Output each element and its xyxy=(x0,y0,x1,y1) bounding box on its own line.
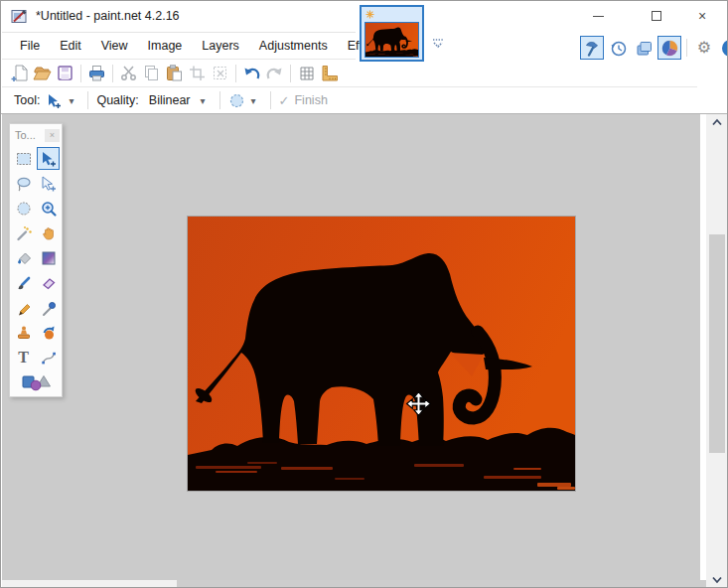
copy-button[interactable] xyxy=(140,62,163,84)
shapes-tool[interactable] xyxy=(12,370,60,393)
vertical-scrollbar-thumb[interactable] xyxy=(709,234,725,453)
new-file-icon xyxy=(10,64,29,82)
move-selected-pixels-tool[interactable] xyxy=(37,147,60,170)
colors-toggle-button[interactable] xyxy=(657,36,681,60)
vertical-scrollbar[interactable] xyxy=(706,114,728,588)
menu-file[interactable]: File xyxy=(10,35,50,57)
tool-dropdown-caret[interactable]: ▾ xyxy=(69,95,73,106)
quality-value[interactable]: Bilinear xyxy=(149,93,191,107)
copy-icon xyxy=(142,64,161,82)
crop-button[interactable] xyxy=(186,62,209,84)
menu-edit[interactable]: Edit xyxy=(50,35,91,57)
selection-dropdown-caret[interactable]: ▾ xyxy=(251,95,256,106)
undo-icon xyxy=(242,64,261,82)
menu-image[interactable]: Image xyxy=(138,35,193,57)
menu-bar: File Edit View Image Layers Adjustments … xyxy=(2,32,356,59)
print-button[interactable] xyxy=(85,62,108,84)
tools-palette-title: To... xyxy=(15,129,36,141)
app-icon xyxy=(11,8,28,25)
open-button[interactable] xyxy=(31,62,54,84)
paintbrush-tool[interactable] xyxy=(12,271,35,294)
scroll-down-button[interactable] xyxy=(706,572,728,588)
selection-shape-icon[interactable] xyxy=(228,92,245,109)
layers-toggle-button[interactable] xyxy=(632,36,655,60)
menu-view[interactable]: View xyxy=(91,35,138,57)
rectangle-select-tool[interactable] xyxy=(12,147,35,170)
finish-check-icon: ✓ xyxy=(279,93,290,108)
toolbar-separator xyxy=(112,65,113,82)
paint-bucket-tool[interactable] xyxy=(12,246,35,269)
minimize-button[interactable] xyxy=(582,4,614,28)
tools-toggle-button[interactable] xyxy=(580,36,604,60)
help-button[interactable]: ? xyxy=(718,36,728,60)
canvas-image[interactable] xyxy=(188,217,575,491)
settings-button[interactable]: ⚙ xyxy=(692,36,716,60)
close-button[interactable]: × xyxy=(686,4,718,28)
cluster-separator xyxy=(686,39,687,57)
menu-layers[interactable]: Layers xyxy=(192,35,249,57)
panel-toggle-cluster: ⚙ ? xyxy=(580,35,728,61)
text-tool[interactable]: T xyxy=(12,346,35,368)
ellipse-select-tool[interactable] xyxy=(12,197,35,220)
lasso-select-tool[interactable] xyxy=(12,172,35,195)
line-curve-tool[interactable] xyxy=(37,346,60,368)
paint-net-window: *Untitled - paint.net 4.2.16 × File Edit… xyxy=(0,0,728,588)
image-tab-thumbnail[interactable] xyxy=(360,5,424,62)
menu-adjustments[interactable]: Adjustments xyxy=(249,35,338,57)
eraser-tool[interactable] xyxy=(37,271,60,294)
toolbar xyxy=(2,59,356,86)
magic-wand-tool[interactable] xyxy=(12,221,35,244)
move-selection-tool[interactable] xyxy=(37,172,60,195)
tools-palette-titlebar[interactable]: To... × xyxy=(10,124,62,144)
cut-scissors-icon xyxy=(119,64,138,82)
redo-icon xyxy=(265,64,284,82)
ruler-icon xyxy=(320,64,339,82)
image-list-chevron-icon[interactable] xyxy=(431,39,445,49)
grid-toggle-button[interactable] xyxy=(295,62,318,84)
clone-stamp-icon xyxy=(15,324,33,342)
gradient-icon xyxy=(40,249,58,267)
tools-palette-close-button[interactable]: × xyxy=(45,129,60,142)
color-picker-icon xyxy=(40,299,58,317)
pan-tool[interactable] xyxy=(37,221,60,244)
save-icon xyxy=(56,64,74,82)
color-wheel-icon xyxy=(660,39,679,58)
hammer-icon xyxy=(583,39,602,58)
paste-button[interactable] xyxy=(163,62,186,84)
scroll-up-button[interactable] xyxy=(706,114,728,130)
history-toggle-button[interactable] xyxy=(606,36,630,60)
toolbar-separator xyxy=(290,65,291,82)
tools-palette-window[interactable]: To... × xyxy=(9,123,63,397)
toolbar-separator xyxy=(80,65,81,82)
maximize-button[interactable] xyxy=(641,4,672,28)
paste-icon xyxy=(165,64,184,82)
move-tool-icon xyxy=(46,92,63,109)
quality-dropdown-caret[interactable]: ▾ xyxy=(201,95,206,106)
shapes-icon xyxy=(19,373,53,391)
new-button[interactable] xyxy=(8,62,31,84)
horizontal-scrollbar[interactable] xyxy=(2,580,706,588)
ruler-toggle-button[interactable] xyxy=(318,62,341,84)
paint-bucket-icon xyxy=(15,249,33,267)
horizontal-scrollbar-thumb[interactable] xyxy=(177,580,706,588)
cut-button[interactable] xyxy=(117,62,140,84)
zoom-tool[interactable] xyxy=(37,197,60,220)
tool-grid: T xyxy=(10,144,62,396)
chevron-down-icon xyxy=(711,576,723,584)
clone-stamp-tool[interactable] xyxy=(12,321,35,344)
move-selection-icon xyxy=(40,175,58,193)
gear-icon: ⚙ xyxy=(697,40,711,56)
pencil-tool[interactable] xyxy=(12,296,35,319)
gradient-tool[interactable] xyxy=(37,246,60,269)
color-picker-tool[interactable] xyxy=(37,296,60,319)
close-icon: × xyxy=(698,9,706,23)
magic-wand-icon xyxy=(15,224,33,242)
undo-button[interactable] xyxy=(240,62,263,84)
finish-button[interactable]: Finish xyxy=(294,93,327,107)
redo-button[interactable] xyxy=(263,62,286,84)
recolor-tool[interactable] xyxy=(37,321,60,344)
crop-icon xyxy=(188,64,207,82)
rectangle-select-icon xyxy=(15,150,33,168)
save-button[interactable] xyxy=(54,62,76,84)
deselect-button[interactable] xyxy=(209,62,231,84)
